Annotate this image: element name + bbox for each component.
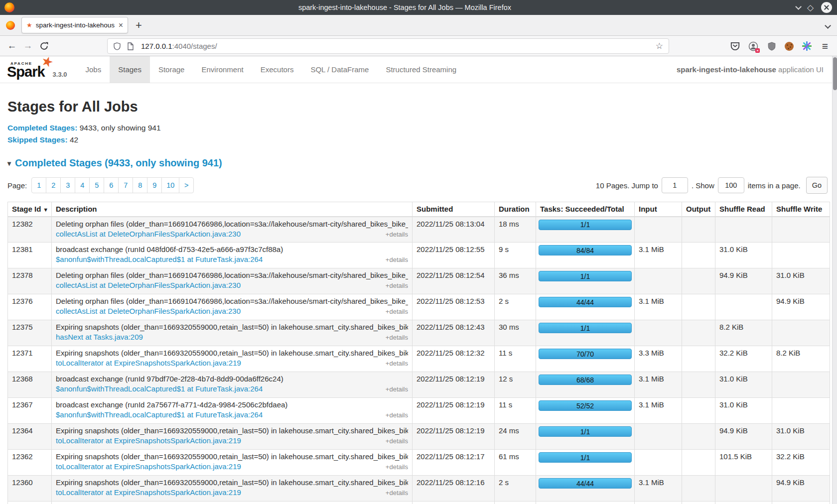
column-header-stage-id[interactable]: Stage Id▼ [8,202,52,217]
completed-stages-label[interactable]: Completed Stages: [7,124,77,132]
nav-tab-jobs[interactable]: Jobs [77,56,110,83]
stage-detail-link[interactable]: hasNext at Tasks.java:209 [56,333,143,341]
page-button-5[interactable]: 5 [89,177,104,193]
stage-detail-link[interactable]: $anonfun$withThreadLocalCaptured$1 at Fu… [56,384,263,393]
column-header-shuffle-read[interactable]: Shuffle Read [715,202,772,217]
submitted-cell: 2022/11/25 08:12:19 [413,372,495,398]
nav-tab-structured-streaming[interactable]: Structured Streaming [377,56,465,83]
tasks-progress-bar: 1/1 [539,452,632,463]
url-bar[interactable]: 127.0.0.1:4040/stages/ ☆ [107,38,669,54]
nav-tab-storage[interactable]: Storage [150,56,193,83]
table-row: 12364Expiring snapshots (older_than=1669… [8,424,830,450]
section-title: Completed Stages (9433, only showing 941… [15,157,222,169]
back-button[interactable]: ← [4,40,20,51]
window-maximize-icon[interactable]: ◇ [807,3,814,12]
browser-tab[interactable]: ★ spark-ingest-into-lakehous × [21,17,128,33]
details-toggle[interactable]: +details [386,411,408,419]
window-minimize-icon[interactable] [795,3,800,12]
details-toggle[interactable]: +details [386,360,408,367]
page-info-icon[interactable] [127,42,134,50]
browser-toolbar: ← → 127.0.0.1:4040/stages/ ☆ [0,36,837,56]
tab-list-chevron-icon[interactable] [825,22,829,31]
stage-detail-link[interactable]: toLocalIterator at ExpireSnapshotsSparkA… [56,359,241,367]
completed-stages-section-header[interactable]: ▾ Completed Stages (9433, only showing 9… [7,157,830,169]
shield-icon[interactable] [113,42,121,50]
duration-cell: 2 s [495,294,536,320]
page-buttons: 12345678910> [31,177,194,193]
stage-detail-link[interactable]: collectAsList at DeleteOrphanFilesSparkA… [56,281,241,289]
details-toggle[interactable]: +details [386,308,408,315]
page-button-1[interactable]: 1 [31,177,46,193]
ublock-icon[interactable] [766,41,777,52]
window-close-icon[interactable] [821,2,832,13]
stage-detail-link[interactable]: toLocalIterator at ExpireSnapshotsSparkA… [56,462,241,471]
shuffle-read-cell: 8.2 KiB [715,320,772,346]
menu-icon[interactable]: ≡ [820,41,831,52]
page-button-4[interactable]: 4 [75,177,90,193]
page-button-6[interactable]: 6 [104,177,119,193]
page-button-7[interactable]: 7 [118,177,133,193]
extension-asterisk-icon[interactable] [801,41,812,52]
tab-close-icon[interactable]: × [119,21,123,29]
stage-detail-link[interactable]: collectAsList at DeleteOrphanFilesSparkA… [56,230,241,238]
page-button-2[interactable]: 2 [46,177,61,193]
duration-cell: 61 ms [495,450,536,476]
go-button[interactable]: Go [806,177,828,194]
shuffle-write-cell: 32.2 KiB [772,450,830,476]
column-header-shuffle-write[interactable]: Shuffle Write [772,202,830,217]
stage-id-cell: 12359 [8,502,52,504]
stage-id-cell: 12360 [8,476,52,502]
details-toggle[interactable]: +details [386,256,408,263]
stage-detail-link[interactable]: collectAsList at DeleteOrphanFilesSparkA… [56,307,241,315]
column-header-output[interactable]: Output [682,202,715,217]
new-tab-button[interactable]: + [136,20,142,31]
nav-tab-stages[interactable]: Stages [110,56,150,83]
bookmark-star-icon[interactable]: ☆ [656,41,663,51]
jump-to-input[interactable] [662,177,688,193]
scrollbar-thumb[interactable] [833,57,837,90]
window-title: spark-ingest-into-lakehouse - Stages for… [14,3,795,11]
details-toggle[interactable]: +details [386,282,408,289]
details-toggle[interactable]: +details [386,437,408,445]
show-items-input[interactable] [718,177,744,193]
cookie-icon[interactable] [785,42,794,51]
details-toggle[interactable]: +details [386,231,408,238]
pocket-icon[interactable] [729,41,740,52]
shuffle-read-cell: 31.0 KiB [715,398,772,424]
stage-detail-link[interactable]: $anonfun$withThreadLocalCaptured$1 at Fu… [56,410,263,419]
details-toggle[interactable]: +details [386,489,408,497]
table-row: 12376Deleting orphan files (older_than=1… [8,294,830,320]
details-toggle[interactable]: +details [386,385,408,393]
description-cell: Expiring snapshots (older_than=166932055… [52,476,413,502]
details-toggle[interactable]: +details [386,463,408,471]
page-button-3[interactable]: 3 [60,177,75,193]
details-toggle[interactable]: +details [386,334,408,341]
stage-description-line2: toLocalIterator at ExpireSnapshotsSparkA… [56,488,408,497]
column-header-description[interactable]: Description [52,202,413,217]
page-button-10[interactable]: 10 [161,177,179,193]
stage-detail-link[interactable]: $anonfun$withThreadLocalCaptured$1 at Fu… [56,255,263,263]
input-cell: 3.1 MiB [635,294,682,320]
stage-detail-link[interactable]: toLocalIterator at ExpireSnapshotsSparkA… [56,488,241,497]
nav-tab-sql-dataframe[interactable]: SQL / DataFrame [302,56,377,83]
column-header-duration[interactable]: Duration [495,202,536,217]
column-header-submitted[interactable]: Submitted [413,202,495,217]
skipped-stages-label[interactable]: Skipped Stages: [7,135,68,144]
nav-tab-environment[interactable]: Environment [193,56,252,83]
scrollbar[interactable] [832,56,837,504]
reload-button[interactable] [36,42,52,50]
column-header-input[interactable]: Input [635,202,682,217]
stage-detail-link[interactable]: toLocalIterator at ExpireSnapshotsSparkA… [56,436,241,445]
page-button-[interactable]: > [179,177,194,193]
duration-cell: 36 ms [495,268,536,294]
page-button-9[interactable]: 9 [147,177,162,193]
spark-version: 3.3.0 [53,71,67,78]
page-button-8[interactable]: 8 [133,177,147,193]
stage-id-cell: 12364 [8,424,52,450]
input-cell [635,450,682,476]
account-icon[interactable]: × [748,41,759,52]
column-header-tasks-succeeded-total[interactable]: Tasks: Succeeded/Total [536,202,635,217]
nav-tab-executors[interactable]: Executors [252,56,302,83]
submitted-cell: 2022/11/25 08:12:17 [413,450,495,476]
forward-button[interactable]: → [20,40,36,51]
